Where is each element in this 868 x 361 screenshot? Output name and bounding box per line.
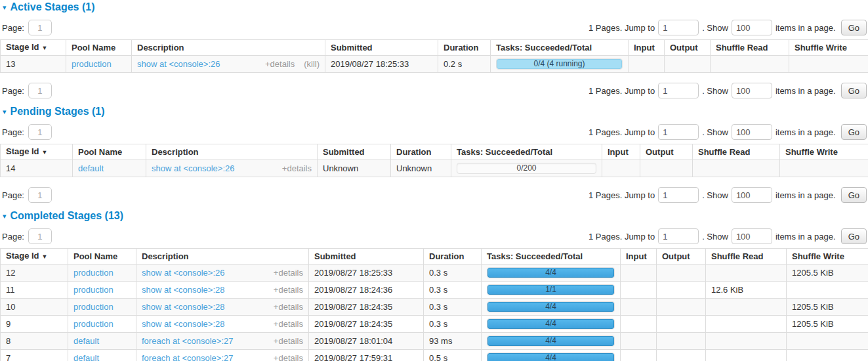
stage-description-link[interactable]: show at <console>:28 — [142, 303, 224, 312]
details-toggle[interactable]: +details — [274, 268, 303, 278]
stage-description-link[interactable]: show at <console>:26 — [152, 164, 234, 173]
cell-description: show at <console>:28+details — [136, 299, 309, 316]
stage-description-link[interactable]: show at <console>:28 — [142, 320, 224, 329]
column-header-description[interactable]: Description — [136, 249, 309, 265]
show-items-input[interactable] — [732, 124, 772, 140]
stage-description-link[interactable]: show at <console>:28 — [142, 286, 224, 295]
stage-row: 10productionshow at <console>:28+details… — [1, 299, 868, 316]
details-toggle[interactable]: +details — [265, 60, 295, 69]
details-toggle[interactable]: +details — [274, 337, 303, 346]
cell-tasks: 0/4 (4 running) — [491, 56, 629, 73]
show-items-input[interactable] — [732, 83, 772, 98]
column-header-stage_id[interactable]: Stage Id▼ — [1, 40, 66, 56]
items-per-page-label: items in a page. — [775, 23, 836, 33]
stage-description-link[interactable]: show at <console>:26 — [142, 268, 224, 278]
stage-description-link[interactable]: foreach at <console>:27 — [142, 337, 234, 346]
show-items-input[interactable] — [732, 20, 772, 35]
go-button[interactable]: Go — [841, 83, 867, 98]
page-number-input[interactable] — [28, 228, 52, 244]
go-button[interactable]: Go — [841, 228, 867, 244]
column-header-tasks[interactable]: Tasks: Succeeded/Total — [451, 144, 602, 160]
stage-row: 14defaultshow at <console>:26+detailsUnk… — [1, 160, 868, 177]
column-header-tasks[interactable]: Tasks: Succeeded/Total — [482, 249, 621, 265]
page-label: Page: — [2, 232, 24, 242]
cell-submitted: 2019/08/27 18:25:33 — [309, 265, 424, 282]
column-header-shuffle_write[interactable]: Shuffle Write — [787, 249, 868, 265]
show-items-input[interactable] — [732, 228, 772, 244]
pagination-bar: Page: 1 Pages. Jump to . Show items in a… — [2, 123, 867, 140]
cell-tasks: 4/4 — [482, 265, 621, 282]
column-header-submitted[interactable]: Submitted — [318, 144, 391, 160]
column-header-input[interactable]: Input — [602, 144, 640, 160]
details-toggle[interactable]: +details — [274, 320, 303, 329]
cell-shuffle_read — [706, 333, 787, 350]
column-header-output[interactable]: Output — [640, 144, 693, 160]
cell-stage_id: 8 — [1, 333, 68, 350]
tasks-progress-bar: 4/4 — [487, 318, 615, 329]
stage-row: 12productionshow at <console>:26+details… — [1, 265, 868, 282]
go-button[interactable]: Go — [841, 187, 867, 203]
show-label: . Show — [702, 86, 728, 96]
column-header-output[interactable]: Output — [665, 40, 711, 56]
cell-output — [657, 282, 706, 299]
section-title[interactable]: ▾ Completed Stages (13) — [3, 210, 868, 222]
details-toggle[interactable]: +details — [282, 164, 312, 173]
section-title[interactable]: ▾ Active Stages (1) — [3, 1, 868, 13]
cell-pool_name: production — [68, 316, 136, 333]
section-title[interactable]: ▾ Pending Stages (1) — [3, 106, 868, 117]
cell-stage_id: 7 — [1, 350, 68, 361]
go-button[interactable]: Go — [841, 20, 867, 35]
column-header-submitted[interactable]: Submitted — [325, 40, 438, 56]
details-toggle[interactable]: +details — [274, 286, 303, 295]
kill-link[interactable]: (kill) — [304, 60, 320, 69]
column-header-input[interactable]: Input — [621, 249, 657, 265]
column-header-duration[interactable]: Duration — [438, 40, 491, 56]
page-number-input[interactable] — [28, 20, 52, 35]
stage-description-link[interactable]: foreach at <console>:27 — [142, 354, 234, 361]
page-selector: Page: — [2, 124, 52, 140]
jump-to-page-input[interactable] — [658, 124, 699, 140]
column-header-shuffle_write[interactable]: Shuffle Write — [780, 144, 868, 160]
column-header-submitted[interactable]: Submitted — [309, 249, 424, 265]
show-items-input[interactable] — [732, 187, 772, 203]
pool-name-link[interactable]: production — [73, 302, 114, 312]
pool-name-link[interactable]: default — [73, 353, 99, 361]
column-header-tasks[interactable]: Tasks: Succeeded/Total — [491, 40, 629, 56]
column-header-pool_name[interactable]: Pool Name — [68, 249, 136, 265]
column-header-output[interactable]: Output — [657, 249, 706, 265]
go-button[interactable]: Go — [841, 124, 867, 140]
column-header-duration[interactable]: Duration — [424, 249, 482, 265]
pool-name-link[interactable]: production — [73, 285, 114, 295]
pool-name-link[interactable]: production — [73, 319, 114, 329]
jump-to-page-input[interactable] — [658, 83, 699, 98]
tasks-progress-bar: 4/4 — [487, 301, 615, 312]
stage-description-link[interactable]: show at <console>:26 — [137, 60, 220, 69]
column-header-description[interactable]: Description — [146, 144, 318, 160]
page-number-input[interactable] — [28, 124, 52, 140]
cell-stage_id: 11 — [1, 282, 68, 299]
page-selector: Page: — [2, 83, 52, 98]
pool-name-link[interactable]: default — [78, 163, 104, 173]
column-header-stage_id[interactable]: Stage Id▼ — [1, 144, 73, 160]
column-header-shuffle_read[interactable]: Shuffle Read — [711, 40, 789, 56]
page-number-input[interactable] — [28, 187, 52, 203]
column-header-shuffle_read[interactable]: Shuffle Read — [693, 144, 780, 160]
page-number-input[interactable] — [28, 83, 52, 98]
column-header-input[interactable]: Input — [629, 40, 665, 56]
pool-name-link[interactable]: production — [72, 59, 112, 69]
column-header-pool_name[interactable]: Pool Name — [66, 40, 132, 56]
pool-name-link[interactable]: production — [73, 268, 114, 278]
column-header-description[interactable]: Description — [132, 40, 325, 56]
pool-name-link[interactable]: default — [73, 336, 99, 346]
column-header-stage_id[interactable]: Stage Id▼ — [1, 249, 68, 265]
details-toggle[interactable]: +details — [274, 303, 303, 312]
column-header-shuffle_write[interactable]: Shuffle Write — [789, 40, 868, 56]
jump-to-page-input[interactable] — [658, 228, 699, 244]
column-header-shuffle_read[interactable]: Shuffle Read — [706, 249, 787, 265]
jump-to-page-input[interactable] — [658, 187, 699, 203]
column-header-pool_name[interactable]: Pool Name — [73, 144, 146, 160]
jump-to-page-input[interactable] — [658, 20, 699, 35]
column-header-duration[interactable]: Duration — [391, 144, 451, 160]
details-toggle[interactable]: +details — [274, 354, 303, 361]
cell-description: show at <console>:26+details(kill) — [132, 56, 325, 73]
